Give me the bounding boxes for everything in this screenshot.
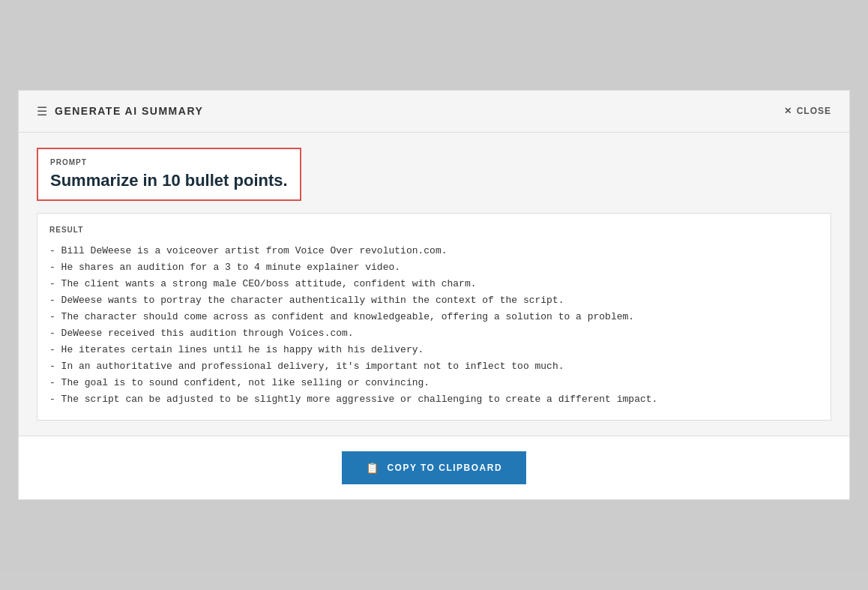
list-icon: ☰ — [37, 104, 47, 118]
modal-overlay: ☰ GENERATE AI SUMMARY ✕ CLOSE PROMPT Sum… — [0, 0, 868, 590]
close-button[interactable]: ✕ CLOSE — [784, 106, 831, 116]
result-scroll-area[interactable]: RESULT - Bill DeWeese is a voiceover art… — [37, 214, 831, 421]
result-section: RESULT - Bill DeWeese is a voiceover art… — [37, 213, 831, 421]
prompt-section: PROMPT Summarize in 10 bullet points. — [37, 148, 301, 201]
result-text: - Bill DeWeese is a voiceover artist fro… — [49, 243, 819, 409]
modal-dialog: ☰ GENERATE AI SUMMARY ✕ CLOSE PROMPT Sum… — [18, 90, 850, 501]
prompt-text: Summarize in 10 bullet points. — [50, 171, 288, 190]
copy-to-clipboard-button[interactable]: 📋 COPY TO CLIPBOARD — [342, 451, 526, 484]
close-icon: ✕ — [784, 106, 792, 116]
modal-title-area: ☰ GENERATE AI SUMMARY — [37, 104, 203, 118]
copy-button-label: COPY TO CLIPBOARD — [387, 463, 502, 473]
modal-body: PROMPT Summarize in 10 bullet points. RE… — [19, 133, 849, 436]
close-label: CLOSE — [797, 106, 831, 116]
prompt-label: PROMPT — [50, 158, 288, 166]
modal-footer: 📋 COPY TO CLIPBOARD — [19, 436, 849, 499]
modal-title: GENERATE AI SUMMARY — [55, 105, 203, 117]
result-label: RESULT — [49, 226, 819, 234]
modal-header: ☰ GENERATE AI SUMMARY ✕ CLOSE — [19, 91, 849, 133]
clipboard-icon: 📋 — [366, 462, 380, 474]
